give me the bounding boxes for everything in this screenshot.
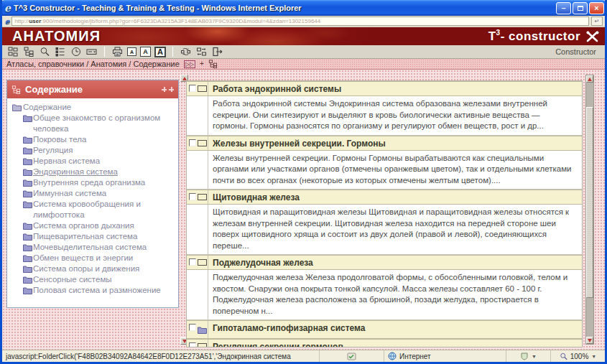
- marker-box-icon[interactable]: [198, 194, 207, 200]
- page-icon: e: [5, 17, 9, 25]
- marker-box-icon[interactable]: [198, 343, 207, 347]
- reorder-settings-icon[interactable]: [195, 47, 208, 57]
- sidebar-item[interactable]: Пищеварительная система: [9, 231, 177, 242]
- sidebar-root-item[interactable]: Содержание: [9, 102, 177, 113]
- print-icon[interactable]: [111, 47, 124, 57]
- folder-icon[interactable]: [198, 324, 207, 337]
- sidebar-item-list: Общее знакомство с организмом человекаПо…: [9, 113, 177, 296]
- row-gutter: [187, 136, 208, 150]
- zoom-control[interactable]: 100% ▼: [551, 350, 605, 362]
- sidebar-item[interactable]: Половая система и размножение: [9, 285, 177, 296]
- sidebar-item[interactable]: Обмен веществ и энергии: [9, 253, 177, 263]
- status-message: javascript:FolderClick('F48B02B34092A846…: [2, 350, 320, 362]
- sidebar-item[interactable]: Сенсорные системы: [9, 274, 177, 285]
- status-indicator-icon: [347, 353, 356, 360]
- sidebar-item[interactable]: Система кровообращения и лимфооттока: [9, 199, 177, 220]
- add-node-button[interactable]: +: [200, 60, 204, 67]
- sidebar-header[interactable]: Содержание: [7, 80, 178, 98]
- sidebar-item-label: Система опоры и движения: [33, 264, 139, 273]
- maximize-button[interactable]: [573, 2, 588, 14]
- app-banner: АНАТОМИЯ T3- constructor: [2, 27, 605, 45]
- sidebar-item[interactable]: Система опоры и движения: [9, 263, 177, 274]
- scrollbar-thumb[interactable]: [586, 107, 593, 298]
- checkbox-icon[interactable]: [189, 139, 196, 146]
- minimize-button[interactable]: –: [556, 2, 571, 14]
- scroll-down-button[interactable]: [586, 337, 593, 344]
- title-bar[interactable]: e T^3 Constructor - Teaching & Training …: [0, 0, 607, 16]
- font-small-icon[interactable]: A: [127, 47, 136, 56]
- reorder-icon[interactable]: [180, 47, 192, 57]
- checkbox-icon[interactable]: [189, 193, 196, 200]
- scroll-up-button[interactable]: [586, 75, 593, 83]
- toolbar-separator: [104, 47, 105, 57]
- sidebar-item-label: Система органов дыхания: [33, 221, 134, 230]
- sidebar-item[interactable]: Эндокринная система: [9, 167, 177, 177]
- marker-box-icon[interactable]: [198, 85, 207, 92]
- url-scheme: http://: [14, 18, 29, 24]
- brand-logo: T3- constructor: [488, 29, 599, 44]
- sidebar-item[interactable]: Мочевыделительная система: [9, 242, 177, 253]
- section-header-row: Регуляция секреции гормонов: [187, 339, 582, 347]
- sidebar-title: Содержание: [25, 84, 83, 95]
- toolbar: A A A Constructor: [2, 45, 605, 59]
- sidebar-item[interactable]: Покровы тела: [9, 134, 177, 145]
- sidebar-item[interactable]: Регуляция: [9, 145, 177, 156]
- section-title[interactable]: Щитовидная железа: [208, 190, 582, 204]
- tree-view-icon[interactable]: [22, 47, 34, 57]
- checkbox-icon[interactable]: [189, 258, 196, 266]
- section-title[interactable]: Регуляция секреции гормонов: [208, 340, 582, 347]
- section-title[interactable]: Работа эндокринной системы: [208, 82, 582, 95]
- sidebar-item[interactable]: Система органов дыхания: [9, 220, 177, 231]
- forward-icon[interactable]: ▷▷: [184, 60, 195, 68]
- card-select-icon[interactable]: [85, 47, 98, 57]
- section-title[interactable]: Железы внутренней секреции. Гормоны: [208, 136, 582, 150]
- address-input[interactable]: http://user:900/methodologie/jb/form.php…: [11, 17, 589, 26]
- hammer-wrench-icon[interactable]: [586, 31, 599, 42]
- toolbar-mode-label: Constructor: [555, 47, 601, 56]
- arrow-down-icon: [588, 339, 592, 342]
- section-body-text: Работа эндокринной системы Эндокринная с…: [208, 96, 582, 135]
- marker-box-icon[interactable]: [198, 259, 207, 266]
- sidebar-item[interactable]: Внутренняя среда организма: [9, 177, 177, 188]
- protected-mode-cell[interactable]: ▼: [506, 350, 551, 362]
- font-large-icon[interactable]: A: [154, 47, 166, 57]
- content-area: Содержание Содержание Общее знакомство с…: [2, 70, 605, 350]
- sidebar-item-label: Регуляция: [33, 146, 73, 154]
- search-icon[interactable]: [38, 47, 50, 57]
- content-rows: Работа эндокринной системыРабота эндокри…: [187, 81, 582, 347]
- exit-icon[interactable]: [211, 47, 223, 57]
- checkbox-icon[interactable]: [189, 324, 196, 331]
- row-gutter: [187, 270, 208, 319]
- section-body-text: Щитовидная и паращитовидная железы Щитов…: [208, 205, 582, 254]
- font-medium-icon[interactable]: A: [140, 47, 151, 57]
- checkbox-icon[interactable]: [189, 85, 196, 92]
- sidebar-item[interactable]: Общее знакомство с организмом человека: [9, 113, 177, 134]
- sidebar-item[interactable]: Иммунная система: [9, 188, 177, 199]
- content-panel: Работа эндокринной системыРабота эндокри…: [186, 80, 583, 347]
- brand-text: T3- constructor: [488, 29, 580, 44]
- list-icon[interactable]: [54, 47, 66, 57]
- marker-box-icon[interactable]: [198, 140, 207, 146]
- tiles-icon[interactable]: [6, 47, 19, 57]
- sidebar-item-label: Половая система и размножение: [33, 286, 161, 294]
- checkbox-icon[interactable]: [189, 342, 196, 347]
- clock-icon[interactable]: [70, 47, 82, 57]
- ie-logo-icon: e: [4, 2, 11, 14]
- sidebar-collapse-control[interactable]: [162, 87, 174, 92]
- add-tree-icon[interactable]: [208, 60, 218, 68]
- close-button[interactable]: ×: [589, 2, 604, 14]
- zone-label: Интернет: [399, 353, 431, 360]
- section-body-text: Железы внутренней секреции. Гормоны Горм…: [208, 151, 582, 190]
- section-title[interactable]: Гипоталамо-гипофизарная система: [208, 321, 582, 338]
- breadcrumb-path[interactable]: Атласы, справочники / Анатомия / Содержа…: [6, 60, 180, 68]
- zoom-level: 100%: [570, 353, 589, 360]
- sidebar-item[interactable]: Нервная система: [9, 156, 177, 167]
- sidebar-panel: Содержание Содержание Общее знакомство с…: [6, 80, 179, 308]
- main-scrollbar[interactable]: [585, 75, 594, 345]
- go-button[interactable]: ↵: [591, 17, 603, 26]
- folder-icon: [23, 200, 32, 211]
- zone-cell: Интернет: [384, 350, 506, 362]
- arrow-up-icon: [588, 78, 592, 81]
- section-title[interactable]: Поджелудочная железа: [208, 256, 582, 269]
- status-indicator-cell: [320, 350, 384, 362]
